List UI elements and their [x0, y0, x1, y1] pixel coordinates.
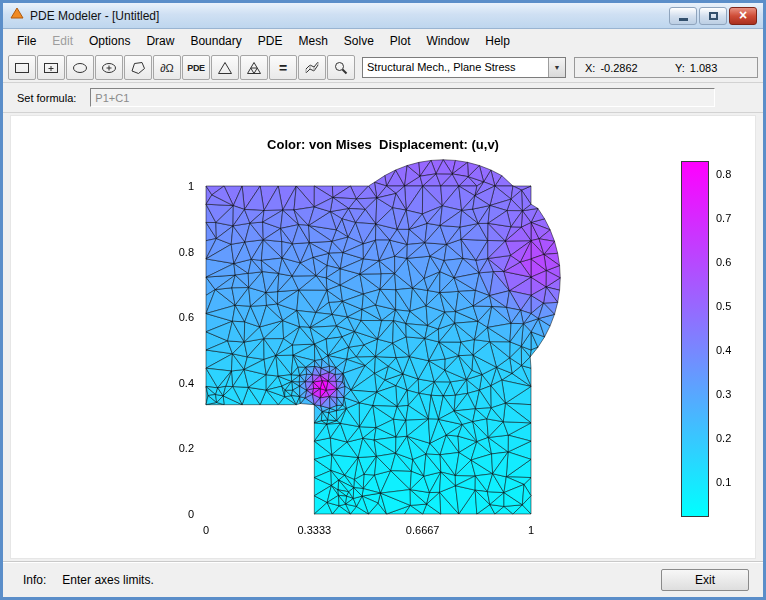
menu-item-file[interactable]: File: [9, 31, 44, 51]
window-title: PDE Modeler - [Untitled]: [30, 9, 159, 23]
draw-polygon-button[interactable]: [124, 55, 152, 80]
surface-plot-icon: [303, 60, 321, 76]
colorbar-tick-label: 0.7: [716, 212, 731, 224]
x-tick-label: 1: [528, 524, 534, 536]
plot-title: Color: von Mises Displacement: (u,v): [11, 137, 755, 152]
x-tick-label: 0.3333: [297, 524, 331, 536]
menubar: FileEditOptionsDrawBoundaryPDEMeshSolveP…: [3, 29, 763, 53]
close-button[interactable]: ×: [729, 7, 757, 25]
rectangle-center-icon: [42, 60, 60, 76]
mesh-canvas[interactable]: [11, 116, 755, 558]
toolbar-buttons: ∂ΩPDE=: [8, 55, 356, 80]
colorbar-tick-label: 0.8: [716, 168, 731, 180]
draw-ellipse-button[interactable]: [66, 55, 94, 80]
x-coordinate-readout: X:-0.2862: [585, 62, 675, 74]
y-tick-label: 0: [188, 508, 194, 520]
combobox-value: Structural Mech., Plane Stress: [363, 58, 548, 77]
chevron-down-icon[interactable]: ▼: [548, 58, 565, 77]
minimize-icon: [679, 18, 688, 21]
set-formula-input[interactable]: [90, 88, 715, 107]
menu-item-options[interactable]: Options: [81, 31, 138, 51]
solve-pde-button[interactable]: =: [269, 55, 297, 80]
plot-solution-button[interactable]: [298, 55, 326, 80]
menu-item-draw[interactable]: Draw: [138, 31, 182, 51]
statusbar: Info: Enter axes limits. Exit: [3, 561, 763, 597]
colorbar: [681, 161, 709, 517]
menu-item-plot[interactable]: Plot: [382, 31, 419, 51]
colorbar-tick-label: 0.3: [716, 388, 731, 400]
plot-panel: Color: von Mises Displacement: (u,v) 00.…: [10, 115, 756, 559]
set-formula-row: Set formula:: [3, 83, 763, 113]
maximize-button[interactable]: [699, 7, 727, 25]
menu-item-edit: Edit: [44, 31, 81, 51]
plot-area-wrap: Color: von Mises Displacement: (u,v) 00.…: [3, 113, 763, 561]
colorbar-tick-label: 0.2: [716, 432, 731, 444]
close-icon: ×: [739, 8, 747, 22]
y-tick-label: 0.2: [179, 442, 194, 454]
app-icon: [9, 6, 25, 26]
menu-item-window[interactable]: Window: [419, 31, 478, 51]
menu-item-boundary[interactable]: Boundary: [182, 31, 249, 51]
status-message: Enter axes limits.: [62, 573, 153, 587]
boundary-mode-button[interactable]: ∂Ω: [153, 55, 181, 80]
polygon-icon: [129, 60, 147, 76]
initialize-mesh-button[interactable]: [211, 55, 239, 80]
titlebar[interactable]: PDE Modeler - [Untitled] ×: [3, 3, 763, 29]
pde-icon: PDE: [187, 63, 205, 73]
y-tick-label: 0.6: [179, 311, 194, 323]
colorbar-tick-label: 0.4: [716, 344, 731, 356]
toolbar: ∂ΩPDE= Structural Mech., Plane Stress ▼ …: [3, 53, 763, 83]
menu-item-help[interactable]: Help: [477, 31, 518, 51]
y-tick-label: 1: [188, 180, 194, 192]
pde-mode-button[interactable]: PDE: [182, 55, 210, 80]
equals-icon: =: [279, 60, 287, 76]
x-tick-label: 0: [203, 524, 209, 536]
y-tick-label: 0.8: [179, 246, 194, 258]
y-coordinate-readout: Y:1.083: [675, 62, 717, 74]
draw-rectangle-button[interactable]: [8, 55, 36, 80]
rectangle-icon: [13, 60, 31, 76]
ellipse-center-icon: [100, 60, 118, 76]
ellipse-icon: [71, 60, 89, 76]
colorbar-tick-label: 0.1: [716, 476, 731, 488]
boundary-icon: ∂Ω: [160, 62, 174, 74]
menu-item-solve[interactable]: Solve: [336, 31, 382, 51]
info-label: Info:: [23, 573, 46, 587]
application-mode-combobox[interactable]: Structural Mech., Plane Stress ▼: [362, 57, 566, 78]
triangle-icon: [216, 60, 234, 76]
draw-rectangle-centered-button[interactable]: [37, 55, 65, 80]
refine-triangle-icon: [245, 60, 263, 76]
menu-item-mesh[interactable]: Mesh: [290, 31, 335, 51]
minimize-button[interactable]: [669, 7, 697, 25]
set-formula-label: Set formula:: [17, 92, 76, 104]
zoom-button[interactable]: [327, 55, 355, 80]
maximize-icon: [709, 12, 718, 20]
colorbar-tick-label: 0.5: [716, 300, 731, 312]
refine-mesh-button[interactable]: [240, 55, 268, 80]
zoom-icon: [332, 60, 350, 76]
colorbar-tick-label: 0.6: [716, 256, 731, 268]
exit-button[interactable]: Exit: [661, 569, 749, 591]
x-tick-label: 0.6667: [406, 524, 440, 536]
menu-item-pde[interactable]: PDE: [250, 31, 291, 51]
draw-ellipse-centered-button[interactable]: [95, 55, 123, 80]
app-window: PDE Modeler - [Untitled] × FileEditOptio…: [0, 0, 766, 600]
window-controls: ×: [669, 7, 757, 25]
y-tick-label: 0.4: [179, 377, 194, 389]
cursor-position-readout: X:-0.2862 Y:1.083: [574, 57, 758, 78]
